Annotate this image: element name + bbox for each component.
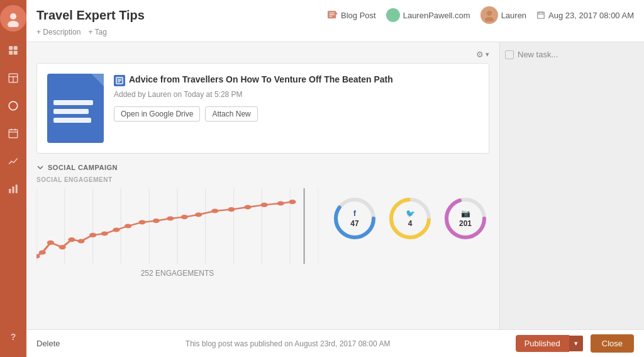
sidebar-item-analytics[interactable] [2,150,25,173]
doc-line-1 [53,100,93,105]
svg-point-44 [77,239,84,243]
svg-rect-15 [13,186,14,193]
svg-point-56 [244,205,251,209]
sidebar-item-layout[interactable] [2,67,25,89]
footer-bar: Delete This blog post was published on A… [26,329,644,357]
published-arrow-icon[interactable]: ▾ [569,336,583,351]
site-meta[interactable]: LaurenPawell.com [386,8,470,22]
sidebar-item-circle[interactable] [2,94,25,117]
open-google-drive-btn[interactable]: Open in Google Drive [114,106,200,122]
author-label: Lauren [501,11,526,20]
left-panel-toolbar: ⚙ ▾ [36,50,489,59]
task-checkbox[interactable] [505,50,514,59]
svg-text:🐦: 🐦 [406,208,415,218]
doc-lines [47,88,104,129]
add-description-btn[interactable]: + Description [36,26,80,38]
svg-point-54 [211,208,218,213]
doc-buttons: Open in Google Drive Attach New [114,106,479,122]
doc-icon [47,74,104,143]
svg-text:47: 47 [350,219,359,228]
svg-text:4: 4 [408,219,413,228]
author-avatar [480,6,498,24]
chart-area: 252 ENGAGEMENTS [36,188,318,270]
doc-card: Advice from Travellers On How To Venture… [36,63,489,154]
svg-point-43 [68,237,75,242]
svg-point-42 [58,245,65,249]
svg-point-41 [47,241,54,245]
instagram-chart: 📷 201 [441,195,489,242]
published-dropdown-btn[interactable]: Published ▾ [516,335,583,352]
left-panel: ⚙ ▾ [26,42,499,329]
sidebar-item-calendar[interactable] [2,122,25,145]
header-meta: Blog Post LaurenPawell.com Lauren [328,6,634,24]
footer-status-text: This blog post was published on August 2… [68,339,508,348]
calendar-icon [536,11,545,20]
new-task-btn[interactable]: New task... [505,47,639,62]
blog-post-label: Blog Post [341,11,376,20]
svg-point-45 [89,233,96,237]
collapse-icon[interactable] [36,164,44,171]
author-meta[interactable]: Lauren [480,6,526,24]
svg-point-51 [167,216,174,220]
doc-line-3 [53,118,91,123]
twitter-chart: 🐦 4 [386,195,434,242]
doc-fold [91,74,104,86]
date-meta[interactable]: Aug 23, 2017 08:00 AM [536,11,634,20]
sidebar-item-bar-chart[interactable] [2,178,25,200]
svg-rect-16 [16,184,18,193]
user-avatar[interactable] [0,5,26,31]
svg-point-58 [277,201,284,205]
svg-rect-19 [538,12,545,18]
doc-line-2 [53,109,89,114]
header-sub-row: + Description + Tag [36,26,634,38]
date-label: Aug 23, 2017 08:00 AM [548,11,634,20]
svg-point-53 [195,212,202,217]
site-dot [386,8,400,22]
attach-new-btn[interactable]: Attach New [205,106,257,122]
svg-rect-14 [9,189,11,193]
svg-rect-2 [9,46,13,50]
doc-title-row: Advice from Travellers On How To Venture… [114,74,479,86]
blog-post-icon [328,11,338,20]
engagement-chart [36,188,318,264]
svg-rect-5 [14,51,18,55]
delete-btn[interactable]: Delete [36,339,60,348]
sidebar-item-home[interactable] [2,39,25,62]
site-label: LaurenPawell.com [403,11,470,20]
engagement-unit: ENGAGEMENTS [155,269,214,278]
engagements-label: 252 ENGAGEMENTS [36,269,318,278]
svg-point-48 [125,224,131,228]
blog-post-meta[interactable]: Blog Post [328,11,376,20]
svg-point-49 [138,220,145,224]
instagram-donut: 📷 201 [441,195,489,242]
page-title: Travel Expert Tips [36,8,145,23]
add-tag-btn[interactable]: + Tag [88,26,106,38]
svg-text:f: f [353,208,357,218]
right-panel: New task... [499,42,644,329]
social-engagement-label: SOCIAL ENGAGEMENT [36,176,489,183]
gear-button[interactable]: ⚙ ▾ [476,50,489,59]
svg-point-0 [10,13,16,20]
svg-point-57 [261,203,268,207]
svg-point-18 [485,17,494,21]
svg-text:201: 201 [459,219,472,228]
social-section-label: SOCIAL CAMPAIGN [48,164,118,171]
doc-info: Advice from Travellers On How To Venture… [114,74,479,122]
social-content: 252 ENGAGEMENTS f 47 [36,188,489,270]
svg-point-52 [181,215,188,219]
svg-point-47 [113,227,119,232]
social-circles: f 47 🐦 4 [331,188,489,242]
sidebar: ? [0,0,26,357]
doc-title: Advice from Travellers On How To Venture… [129,74,393,86]
close-btn[interactable]: Close [591,334,634,353]
social-section-header: SOCIAL CAMPAIGN [36,164,489,171]
svg-point-59 [289,200,296,204]
svg-point-50 [153,218,160,223]
page-header: Travel Expert Tips Blog Post LaurenPawel… [26,0,644,42]
sidebar-item-help[interactable]: ? [2,326,25,348]
facebook-donut: f 47 [331,195,379,242]
svg-rect-10 [9,130,18,138]
new-task-label: New task... [518,50,558,59]
twitter-donut: 🐦 4 [386,195,434,242]
svg-point-46 [101,231,108,235]
